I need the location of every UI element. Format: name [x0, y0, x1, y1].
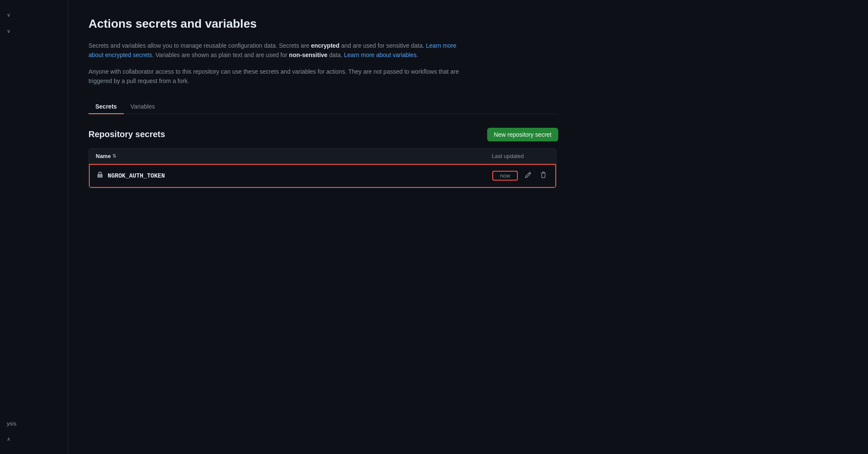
secret-name-cell: NGROK_AUTH_TOKEN: [97, 172, 165, 180]
table-row-right: now: [492, 170, 548, 182]
table-header-name: Name ⇅: [96, 153, 116, 159]
new-repository-secret-button[interactable]: New repository secret: [487, 128, 558, 141]
desc-bold-1: encrypted: [311, 42, 340, 49]
desc-text-3: . Variables are shown as plain text and …: [152, 52, 289, 58]
edit-icon[interactable]: [523, 170, 533, 182]
section-header: Repository secrets New repository secret: [89, 128, 558, 141]
description-2: Anyone with collaborator access to this …: [89, 67, 471, 86]
sort-icon[interactable]: ⇅: [112, 153, 116, 159]
main-content: Actions secrets and variables Secrets an…: [68, 0, 579, 454]
section-title: Repository secrets: [89, 129, 165, 139]
desc-text-1: Secrets and variables allow you to manag…: [89, 42, 311, 49]
tabs-container: Secrets Variables: [89, 100, 558, 114]
sidebar-chevron-1[interactable]: ∨: [0, 9, 68, 21]
desc-text-4: data.: [328, 52, 344, 58]
sidebar-chevron-bottom[interactable]: ∧: [0, 433, 68, 445]
table-row: NGROK_AUTH_TOKEN now: [89, 164, 556, 188]
delete-icon[interactable]: [538, 170, 548, 182]
variables-link[interactable]: Learn more about variables: [344, 52, 417, 58]
tab-variables[interactable]: Variables: [124, 100, 162, 114]
lock-icon: [97, 172, 103, 180]
secrets-table: Name ⇅ Last updated NGROK_AUTH_TOKEN now: [89, 148, 557, 188]
table-header-updated: Last updated: [492, 153, 524, 159]
description-1: Secrets and variables allow you to manag…: [89, 41, 471, 60]
page-title: Actions secrets and variables: [89, 17, 558, 31]
desc-bold-2: non-sensitive: [289, 52, 327, 58]
tab-secrets[interactable]: Secrets: [89, 100, 124, 114]
sidebar-chevron-2[interactable]: ∨: [0, 25, 68, 37]
sidebar: ∨ ∨ ysis ∧: [0, 0, 68, 454]
sidebar-partial-label: ysis: [0, 418, 68, 429]
secret-name: NGROK_AUTH_TOKEN: [108, 172, 165, 179]
table-header: Name ⇅ Last updated: [89, 149, 556, 164]
desc-text-2: and are used for sensitive data.: [340, 42, 426, 49]
last-updated-value: now: [492, 171, 518, 181]
desc-text-5: .: [417, 52, 418, 58]
